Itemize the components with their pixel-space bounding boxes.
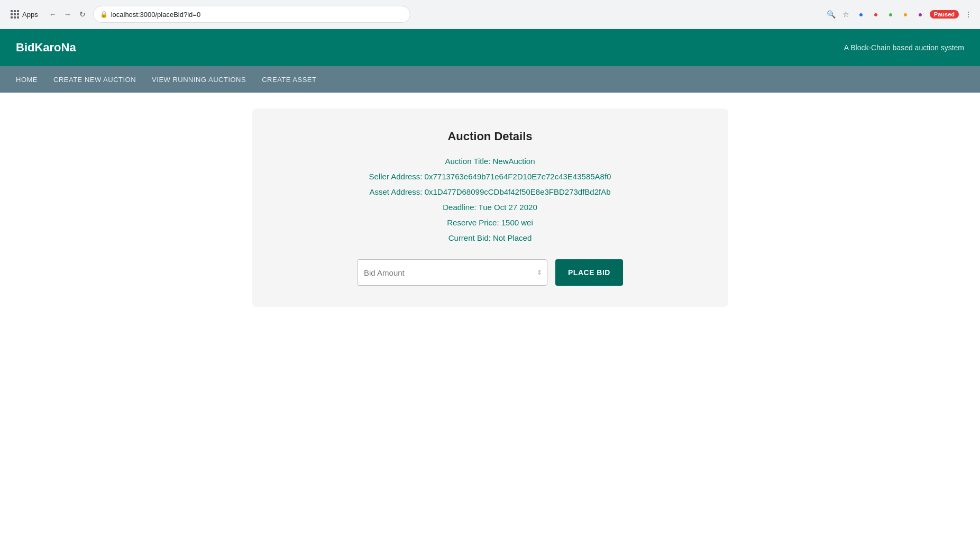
app-header: BidKaroNa A Block-Chain based auction sy… — [0, 29, 980, 66]
apps-grid-icon — [11, 10, 19, 19]
extension-icon-3[interactable]: ● — [885, 9, 896, 20]
url-text: localhost:3000/placeBid?id=0 — [111, 11, 201, 19]
star-icon[interactable]: ☆ — [841, 9, 851, 20]
browser-nav: ← → ↻ — [48, 9, 88, 20]
seller-address-row: Seller Address: 0x7713763e649b71e64F2D10… — [369, 172, 611, 181]
browser-chrome: Apps ← → ↻ 🔒 localhost:3000/placeBid?id=… — [0, 0, 980, 29]
auction-title-row: Auction Title: NewAuction — [445, 157, 535, 166]
app-title: BidKaroNa — [16, 41, 76, 54]
back-icon[interactable]: ← — [48, 9, 58, 20]
lock-icon: 🔒 — [100, 11, 108, 18]
more-icon[interactable]: ⋮ — [963, 9, 974, 20]
search-icon[interactable]: 🔍 — [826, 9, 837, 20]
app-nav: HOME CREATE NEW AUCTION VIEW RUNNING AUC… — [0, 66, 980, 93]
bid-input-wrapper — [357, 259, 547, 286]
auction-card: Auction Details Auction Title: NewAuctio… — [252, 108, 728, 307]
address-bar[interactable]: 🔒 localhost:3000/placeBid?id=0 — [93, 6, 410, 23]
deadline-row: Deadline: Tue Oct 27 2020 — [443, 203, 537, 212]
browser-actions: 🔍 ☆ ● ● ● ● ● Paused ⋮ — [826, 9, 974, 20]
auction-details-title: Auction Details — [447, 130, 532, 143]
apps-section[interactable]: Apps — [6, 10, 42, 19]
nav-create-asset[interactable]: CREATE ASSET — [262, 76, 316, 84]
main-content: Auction Details Auction Title: NewAuctio… — [0, 93, 980, 323]
bid-amount-input[interactable] — [357, 259, 547, 286]
extension-icon-1[interactable]: ● — [856, 9, 866, 20]
apps-label: Apps — [22, 11, 38, 19]
nav-view-auctions[interactable]: VIEW RUNNING AUCTIONS — [152, 76, 246, 84]
forward-icon[interactable]: → — [62, 9, 73, 20]
paused-badge: Paused — [930, 10, 959, 19]
place-bid-button[interactable]: PLACE BID — [555, 259, 623, 286]
current-bid-row: Current Bid: Not Placed — [448, 233, 532, 242]
extension-icon-5[interactable]: ● — [915, 9, 926, 20]
extension-icon-2[interactable]: ● — [871, 9, 881, 20]
bid-form: PLACE BID — [357, 259, 623, 286]
extension-icon-4[interactable]: ● — [900, 9, 911, 20]
nav-home[interactable]: HOME — [16, 76, 38, 84]
reserve-price-row: Reserve Price: 1500 wei — [447, 218, 533, 227]
nav-create-auction[interactable]: CREATE NEW AUCTION — [53, 76, 136, 84]
reload-icon[interactable]: ↻ — [77, 9, 88, 20]
app-subtitle: A Block-Chain based auction system — [844, 43, 964, 52]
asset-address-row: Asset Address: 0x1D477D68099cCDb4f42f50E… — [369, 187, 610, 196]
